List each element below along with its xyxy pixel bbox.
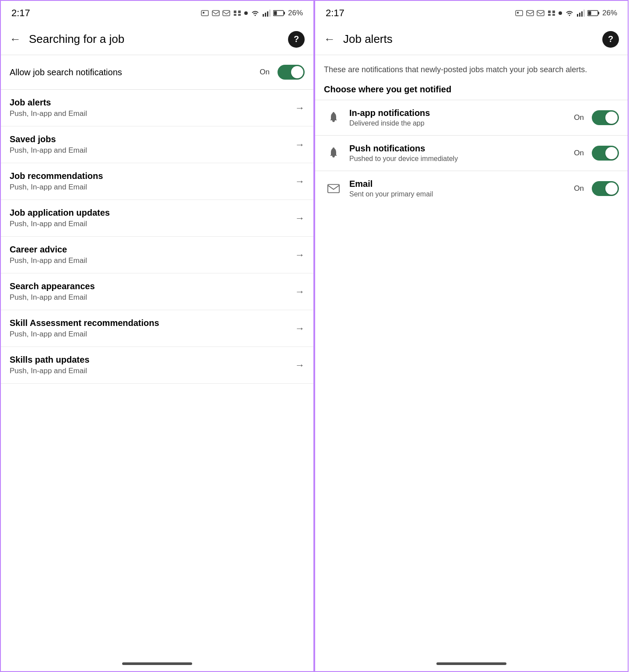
grid-icon-sb-2 [547,10,556,17]
toggle-thumb-email [605,182,618,195]
signal-icon-1 [263,10,271,17]
chevron-right-icon-4: → [295,249,305,261]
notif-title-push: Push notifications [349,144,574,154]
menu-item-skills-path[interactable]: Skills path updates Push, In-app and Ema… [1,347,313,384]
notif-option-email: Email Sent on your primary email On [315,171,628,206]
svg-rect-22 [552,14,555,16]
svg-rect-9 [265,13,266,17]
svg-rect-29 [588,11,591,15]
svg-rect-23 [577,14,578,17]
toggle-email[interactable] [592,181,619,196]
menu-item-title-2: Job recommendations [10,171,290,181]
notif-text-inapp: In-app notifications Delivered inside th… [349,108,574,127]
menu-item-career-advice[interactable]: Career advice Push, In-app and Email → [1,237,313,273]
notif-icon-2 [515,10,524,17]
notif-right-push: On [574,146,619,161]
menu-item-title-5: Search appearances [10,281,290,291]
chevron-right-icon-3: → [295,213,305,224]
back-button-1[interactable]: ← [10,32,21,46]
home-indicator-1 [122,662,192,665]
status-time-1: 2:17 [11,7,30,19]
job-alerts-description: These are notifications that newly-poste… [315,55,628,76]
menu-item-title-6: Skill Assessment recommendations [10,318,290,328]
menu-item-skill-assessment[interactable]: Skill Assessment recommendations Push, I… [1,310,313,347]
chevron-right-icon-7: → [295,360,305,371]
menu-item-title-7: Skills path updates [10,355,290,365]
battery-icon-2 [587,10,600,16]
chevron-right-icon-1: → [295,139,305,150]
allow-notifications-right: On [260,65,305,80]
notif-subtitle-push: Pushed to your device immediately [349,155,574,163]
svg-rect-2 [212,10,219,16]
menu-item-title-3: Job application updates [10,208,290,218]
page-title-2: Job alerts [343,32,602,46]
battery-text-2: 26% [602,9,617,18]
notif-text-email: Email Sent on your primary email [349,179,574,198]
toggle-inapp[interactable] [592,110,619,125]
toggle-label-push: On [574,149,584,158]
menu-item-subtitle-2: Push, In-app and Email [10,183,290,192]
status-time-2: 2:17 [326,7,344,19]
header-2: ← Job alerts ? [315,24,628,55]
panel-searching-for-job: 2:17 [0,0,314,672]
menu-item-job-recommendations[interactable]: Job recommendations Push, In-app and Ema… [1,163,313,200]
notif-text-push: Push notifications Pushed to your device… [349,144,574,163]
notif-right-email: On [574,181,619,196]
help-button-1[interactable]: ? [288,31,305,48]
choose-notif-heading: Choose where you get notified [315,76,628,100]
toggle-thumb-push [605,147,618,159]
email-icon-sb-3 [526,10,534,17]
svg-rect-8 [263,14,264,17]
bell-icon-push [327,147,340,159]
menu-item-saved-jobs[interactable]: Saved jobs Push, In-app and Email → [1,126,313,163]
svg-rect-14 [274,11,277,15]
chevron-right-icon-0: → [295,102,305,114]
menu-item-job-application-updates[interactable]: Job application updates Push, In-app and… [1,200,313,237]
svg-rect-6 [234,14,236,16]
header-1: ← Searching for a job ? [1,24,313,55]
bell-icon-inapp-wrap [324,108,343,127]
status-bar-1: 2:17 [1,1,313,24]
menu-item-subtitle-6: Push, In-app and Email [10,330,290,339]
svg-rect-25 [581,11,583,17]
menu-item-title-4: Career advice [10,245,290,255]
svg-rect-17 [527,10,534,16]
svg-rect-7 [238,14,241,16]
toggle-allow-notifications[interactable] [278,65,305,80]
back-button-2[interactable]: ← [324,32,335,46]
menu-item-job-alerts[interactable]: Job alerts Push, In-app and Email → [1,90,313,126]
panel-job-alerts: 2:17 26% [314,0,629,672]
menu-item-search-appearances[interactable]: Search appearances Push, In-app and Emai… [1,273,313,310]
svg-rect-21 [548,14,551,16]
menu-list-1: Job alerts Push, In-app and Email → Save… [1,90,313,384]
email-icon [327,183,340,194]
toggle-thumb-allow [291,66,303,78]
battery-icon-1 [273,10,285,16]
page-title-1: Searching for a job [29,32,288,46]
menu-item-subtitle-3: Push, In-app and Email [10,220,290,228]
notif-option-inapp: In-app notifications Delivered inside th… [315,100,628,135]
email-icon-wrap [324,179,343,198]
signal-icon-2 [577,10,585,17]
wifi-icon-2 [565,10,574,17]
help-button-2[interactable]: ? [602,31,619,48]
allow-notifications-row[interactable]: Allow job search notifications On [1,55,313,90]
status-bar-2: 2:17 26% [315,1,628,24]
notif-option-push: Push notifications Pushed to your device… [315,135,628,171]
svg-rect-10 [267,11,268,17]
svg-rect-19 [548,10,551,13]
status-dot-2 [559,11,562,15]
notif-title-email: Email [349,179,574,189]
battery-text-1: 26% [288,9,303,18]
menu-item-title-0: Job alerts [10,98,290,108]
email-icon-sb-2 [222,10,230,17]
notif-options-list: In-app notifications Delivered inside th… [315,100,628,206]
svg-rect-5 [238,10,241,13]
menu-item-subtitle-1: Push, In-app and Email [10,146,290,155]
status-icons-2: 26% [515,9,617,18]
toggle-push[interactable] [592,146,619,161]
menu-item-subtitle-4: Push, In-app and Email [10,256,290,265]
svg-point-30 [333,112,334,114]
toggle-thumb-inapp [605,112,618,124]
notif-right-inapp: On [574,110,619,125]
